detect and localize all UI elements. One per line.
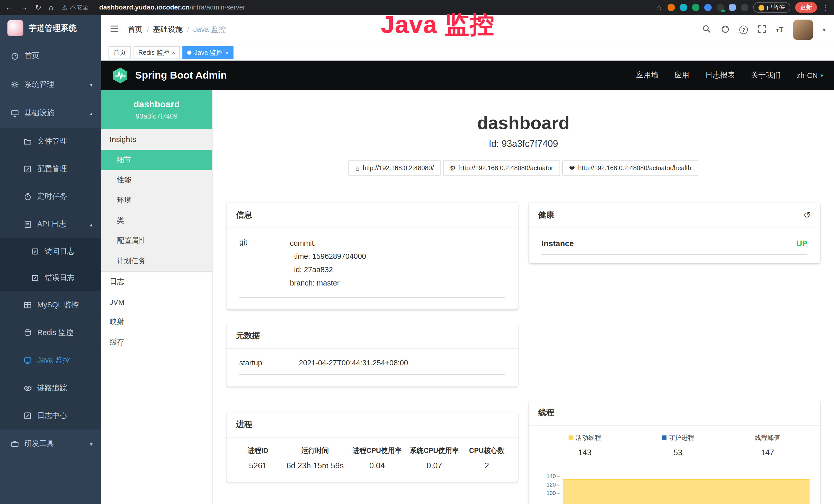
close-icon[interactable]: × [225,49,228,56]
extension-icon[interactable] [728,4,736,11]
help-icon[interactable]: ? [739,25,748,34]
process-col-process-cpu: 进程CPU使用率 0.04 [349,446,406,470]
github-icon[interactable] [721,24,730,35]
service-url-button[interactable]: ⌂ http://192.168.0.2:48080/ [349,160,441,176]
sidebar-item-redis-monitor[interactable]: Redis 监控 [0,319,101,347]
sba-nav-language[interactable]: zh-CN ▾ [797,71,824,79]
sba-item-jvm[interactable]: JVM [101,292,212,312]
extension-icon[interactable] [716,4,724,11]
tab-redis-monitor[interactable]: Redis 监控 × [134,46,180,59]
extension-icon[interactable] [667,4,675,11]
sba-item-mappings[interactable]: 映射 [101,312,212,333]
legend-peak-threads: 线程峰值 147 [755,433,780,457]
sba-nav-applications[interactable]: 应用 [674,71,689,80]
site-security[interactable]: ⚠ 不安全 | [62,3,93,11]
sba-nav-journal[interactable]: 日志报表 [705,71,735,80]
forward-icon[interactable]: → [20,3,28,12]
sidebar-toggle-icon[interactable] [110,24,119,36]
process-card-title: 进程 [236,419,252,430]
avatar-caret-icon[interactable]: ▾ [823,27,825,33]
paused-badge[interactable]: 已暂停 [753,2,790,13]
health-url-button[interactable]: ❤ http://192.168.0.2:48080/actuator/heal… [562,160,698,176]
metadata-card-title: 元数据 [236,331,260,341]
sba-item-caches[interactable]: 缓存 [101,332,212,352]
sidebar-item-mysql-monitor[interactable]: MySQL 监控 [0,292,101,319]
sba-brand[interactable]: Spring Boot Admin [135,70,227,82]
sba-item-classes[interactable]: 类 [101,210,212,231]
breadcrumb-home[interactable]: 首页 [128,25,142,35]
sba-item-environment[interactable]: 环境 [101,190,212,210]
sba-item-config-props[interactable]: 配置属性 [101,231,212,251]
sidebar-item-home[interactable]: 首页 [0,42,101,70]
sba-item-details[interactable]: 细节 [101,150,212,170]
document-icon [23,220,32,229]
sidebar-item-error-log[interactable]: 错误日志 [0,265,101,292]
security-label: 不安全 [70,3,88,11]
extension-icon[interactable] [704,4,711,11]
monitor-icon [23,356,32,365]
extension-icon[interactable] [741,4,748,11]
extension-icon[interactable] [692,4,699,11]
app-logo-row[interactable]: 芋道管理系统 [0,15,101,42]
update-button[interactable]: 更新 [795,2,817,13]
close-icon[interactable]: × [172,49,175,56]
sidebar-item-tracing[interactable]: 链路追踪 [0,374,101,402]
app-header: 首页 / 基础设施 / Java 监控 ? TT ▾ [101,15,834,45]
address-bar[interactable]: dashboard.yudao.iocoder.cn/infra/admin-s… [99,4,245,11]
sidebar-item-java-monitor[interactable]: Java 监控 [0,347,101,374]
monitor-icon [10,109,19,118]
sidebar-item-scheduled-jobs[interactable]: 定时任务 [0,183,101,210]
sba-nav-about[interactable]: 关于我们 [751,71,781,80]
user-avatar[interactable] [793,20,813,40]
sba-instance-block[interactable]: dashboard 93a3fc7f7409 [101,90,212,129]
info-row-git: git commit: time: 1596289704000 id: 27aa… [239,237,505,298]
search-icon[interactable] [702,24,711,35]
health-card-title: 健康 [539,210,554,220]
info-card: 信息 git commit: time: 1596289704000 [226,203,518,310]
threads-card-title: 线程 [539,408,554,418]
browser-menu-icon[interactable]: ⋮ [822,3,829,11]
tab-home[interactable]: 首页 [108,46,131,59]
legend-swatch-blue [662,435,666,440]
actuator-url-button[interactable]: ⚙ http://192.168.0.2:48080/actuator [443,160,560,176]
sba-item-loggers[interactable]: 日志 [101,272,212,292]
heart-icon: ❤ [569,164,575,172]
sba-instance-id: 93a3fc7f7409 [101,112,212,120]
fullscreen-icon[interactable] [758,24,766,35]
sba-logo-icon [112,67,129,84]
tab-java-monitor[interactable]: Java 监控 × [183,46,233,59]
sba-insights-header[interactable]: Insights [101,129,212,150]
back-icon[interactable]: ← [5,3,13,12]
extension-icon[interactable] [679,4,687,11]
spring-boot-admin: Spring Boot Admin 应用墙 应用 日志报表 关于我们 zh-CN… [101,61,834,504]
wrench-icon: ⚙ [450,164,456,172]
smiley-icon [758,5,764,10]
sidebar-item-access-log[interactable]: 访问日志 [0,238,101,265]
folder-icon [23,137,32,145]
screenshot-root: ← → ↻ ⌂ ⚠ 不安全 | dashboard.yudao.iocoder.… [0,0,834,504]
app-logo [7,20,23,36]
sba-nav-wallboard[interactable]: 应用墙 [636,71,658,80]
sidebar-item-log-center[interactable]: 日志中心 [0,402,101,430]
sidebar-item-config-mgmt[interactable]: 配置管理 [0,155,101,183]
doc-edit-icon [31,247,39,256]
process-col-pid: 进程ID 5261 [234,446,282,470]
health-row-instance[interactable]: Instance UP [542,239,807,255]
health-card: 健康 ↺ Instance UP [529,203,820,263]
sba-item-scheduled-tasks[interactable]: 计划任务 [101,251,212,271]
sidebar-item-dev-tools[interactable]: 研发工具 ▾ [0,430,101,458]
home-icon[interactable]: ⌂ [49,3,53,12]
page-instance-id: Id: 93a3fc7f7409 [213,138,834,149]
table-icon [23,301,32,310]
sidebar-item-infra[interactable]: 基础设施 ▴ [0,99,101,128]
reload-icon[interactable]: ↻ [35,3,41,12]
breadcrumb-infra[interactable]: 基础设施 [153,25,183,35]
legend-swatch-yellow [569,435,574,440]
sidebar-item-api-logs[interactable]: API 日志 ▴ [0,210,101,238]
sba-item-performance[interactable]: 性能 [101,170,212,190]
font-size-icon[interactable]: TT [776,25,784,34]
sidebar-item-file-mgmt[interactable]: 文件管理 [0,128,101,155]
bookmark-star-icon[interactable]: ☆ [656,3,662,12]
sidebar-item-system-mgmt[interactable]: 系统管理 ▾ [0,70,101,99]
history-icon[interactable]: ↺ [804,210,811,220]
